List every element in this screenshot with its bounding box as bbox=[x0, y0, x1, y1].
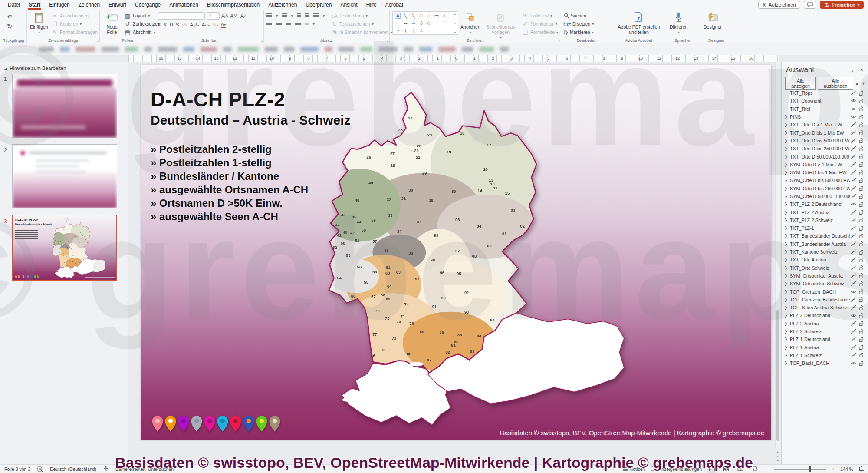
font-dialog-launcher[interactable]: ⌟ bbox=[261, 38, 263, 42]
next-slide-double-icon[interactable]: ⏷ bbox=[776, 459, 779, 463]
selection-item[interactable]: ❯PLZ-1-Schweiz bbox=[782, 351, 868, 359]
selection-item[interactable]: ❯SYM_Orte D bis 250.000 EW bbox=[782, 185, 868, 192]
align-right-button[interactable] bbox=[286, 22, 291, 26]
previous-slide-icon[interactable]: ▲ bbox=[776, 450, 779, 453]
selection-item-label[interactable]: PINS bbox=[790, 114, 850, 119]
numbering-button[interactable] bbox=[282, 13, 287, 18]
unlock-icon[interactable] bbox=[857, 249, 865, 255]
accessibility-icon[interactable] bbox=[103, 466, 108, 472]
selection-item-label[interactable]: TXT_Orte D bis 250.000 EW bbox=[790, 146, 850, 151]
expand-chevron-icon[interactable]: ❯ bbox=[784, 266, 790, 270]
unlock-icon[interactable] bbox=[857, 289, 865, 294]
replace-button[interactable]: b⇄Ersetzen▾ bbox=[564, 20, 594, 27]
find-button[interactable]: Suchen bbox=[564, 12, 594, 19]
expand-chevron-icon[interactable]: ❯ bbox=[784, 258, 790, 262]
visibility-off-icon[interactable] bbox=[850, 90, 857, 96]
notes-toggle[interactable]: Notizen bbox=[623, 466, 645, 472]
unlock-icon[interactable] bbox=[857, 170, 865, 175]
expand-chevron-icon[interactable]: ❯ bbox=[784, 194, 790, 198]
expand-chevron-icon[interactable]: ❯ bbox=[784, 122, 790, 127]
expand-chevron-icon[interactable]: ❯ bbox=[784, 115, 790, 119]
underline-button[interactable]: U bbox=[170, 22, 173, 27]
selection-item-label[interactable]: PLZ-1-Deutschland bbox=[790, 337, 850, 342]
expand-chevron-icon[interactable]: ❯ bbox=[784, 170, 790, 175]
menu-tab-zeichnen[interactable]: Zeichnen bbox=[74, 0, 104, 10]
shape-fill-button[interactable]: ⛨Fülleffekt▾ bbox=[522, 12, 558, 19]
shapes-gallery[interactable]: A╲╲□○▭ △⌐⌙⇨⇩◇ ⌇⌒~{}☆ ▲▼▼̲ bbox=[392, 11, 458, 35]
share-button[interactable]: Freigeben▾ bbox=[820, 1, 864, 9]
reset-button[interactable]: ↺Zurücksetzen bbox=[124, 20, 160, 27]
selection-item-label[interactable]: SYM_Orte D bis 250.000 EW bbox=[790, 186, 850, 191]
selection-item[interactable]: ❯TXT_Orte Austria bbox=[782, 256, 868, 264]
selection-item[interactable]: ❯TXT_Bundesländer Deutschland bbox=[782, 232, 868, 240]
menu-tab-bildschirmpräsentation[interactable]: Bildschirmpräsentation bbox=[203, 0, 264, 10]
visibility-off-icon[interactable] bbox=[850, 170, 857, 175]
selection-item[interactable]: ❯PLZ-2-Austria bbox=[782, 320, 868, 327]
expand-chevron-icon[interactable]: ❯ bbox=[784, 186, 790, 191]
arrange-button[interactable]: Anordnen▾ bbox=[461, 11, 480, 35]
language-indicator[interactable]: Deutsch (Deutschland) bbox=[50, 466, 96, 472]
visibility-off-icon[interactable] bbox=[850, 345, 857, 350]
slide-3-editing-surface[interactable]: D-A-CH PLZ-2 Deutschland – Austria - Sch… bbox=[141, 65, 771, 440]
smartart-button[interactable]: ⬔In SmartArt konvertieren▾ bbox=[331, 29, 392, 36]
selection-item-label[interactable]: SYM_Orte D 50.000 -100.000 EW bbox=[790, 194, 850, 199]
visibility-on-icon[interactable] bbox=[850, 98, 857, 103]
shapes-gallery-scroll[interactable]: ▲▼▼̲ bbox=[452, 12, 458, 35]
selection-item-label[interactable]: TXT_Copyright bbox=[790, 98, 850, 103]
visibility-off-icon[interactable] bbox=[850, 273, 857, 278]
shape-outline-button[interactable]: ✐Formkontur▾ bbox=[522, 20, 558, 27]
selection-item-label[interactable]: TXT_Tipps bbox=[790, 90, 850, 96]
visibility-on-icon[interactable] bbox=[850, 114, 857, 119]
menu-tab-übergänge[interactable]: Übergänge bbox=[131, 0, 165, 10]
unlock-icon[interactable] bbox=[857, 361, 865, 366]
expand-chevron-icon[interactable]: ❯ bbox=[784, 274, 790, 278]
expand-chevron-icon[interactable]: ❯ bbox=[784, 290, 790, 294]
expand-chevron-icon[interactable]: ❯ bbox=[784, 242, 790, 246]
pane-close-icon[interactable]: ✕ bbox=[860, 67, 864, 73]
selection-item[interactable]: ❯TXT_PLZ-2 Deutschland bbox=[782, 200, 868, 208]
menu-tab-einfügen[interactable]: Einfügen bbox=[45, 0, 74, 10]
expand-chevron-icon[interactable]: ❯ bbox=[784, 361, 790, 365]
expand-chevron-icon[interactable]: ❯ bbox=[784, 210, 790, 215]
unlock-icon[interactable] bbox=[857, 313, 865, 318]
reading-view-button[interactable] bbox=[736, 466, 745, 473]
visibility-off-icon[interactable] bbox=[850, 233, 857, 238]
slide-nav-buttons[interactable]: ▲▼⏷ bbox=[775, 450, 780, 463]
visibility-on-icon[interactable] bbox=[850, 361, 857, 366]
selection-item[interactable]: ❯SYM_Orte D bis 1 Mio. EW bbox=[782, 169, 868, 176]
menu-tab-datei[interactable]: Datei bbox=[3, 0, 24, 10]
font-color-button[interactable]: A▾ bbox=[221, 22, 226, 28]
pane-options-icon[interactable]: ⌄ bbox=[851, 67, 855, 73]
unlock-icon[interactable] bbox=[857, 114, 865, 120]
unlock-icon[interactable] bbox=[857, 185, 865, 191]
unlock-icon[interactable] bbox=[857, 122, 865, 128]
editing-canvas[interactable]: D-A-CH PLZ-2 Deutschland – Austria - Sch… bbox=[128, 62, 781, 464]
move-up-icon[interactable]: ▲ bbox=[855, 81, 859, 86]
shrink-font-button[interactable]: A˅ bbox=[230, 13, 237, 19]
clipboard-dialog-launcher[interactable]: ⌟ bbox=[97, 38, 99, 42]
unlock-icon[interactable] bbox=[857, 194, 865, 199]
visibility-off-icon[interactable] bbox=[850, 218, 857, 223]
align-left-button[interactable] bbox=[266, 22, 272, 26]
selection-item-label[interactable]: SYM_Orte D bis 1 Mio. EW bbox=[790, 170, 850, 175]
selection-item-label[interactable]: TXT_PLZ-2 Austria bbox=[790, 210, 850, 215]
strikethrough-button[interactable]: S bbox=[176, 22, 179, 27]
font-size-input[interactable]: 4 bbox=[207, 12, 220, 20]
unlock-icon[interactable] bbox=[857, 265, 865, 271]
selection-item[interactable]: ❯PLZ-1-Austria bbox=[782, 344, 868, 351]
selection-item[interactable]: ❯PLZ-2-Schweiz bbox=[782, 327, 868, 335]
visibility-off-icon[interactable] bbox=[850, 194, 857, 199]
visibility-off-icon[interactable] bbox=[850, 297, 857, 302]
expand-chevron-icon[interactable]: ❯ bbox=[784, 234, 790, 238]
selection-item[interactable]: TXT_Tipps bbox=[782, 89, 868, 97]
record-button[interactable]: Aufzeichnen bbox=[758, 1, 800, 9]
selection-item-label[interactable]: TXT_Orte D bis 1 Mio EW bbox=[790, 130, 850, 136]
increase-indent-button[interactable] bbox=[305, 13, 309, 18]
selection-item[interactable]: ❯TXT_PLZ-1 bbox=[782, 224, 868, 232]
selection-item[interactable]: ❯TXT_Orte D bis 500.000 EW bbox=[782, 137, 868, 145]
selection-item-label[interactable]: TOP_Grenzen_Bundesländer/Kant... bbox=[790, 297, 850, 302]
visibility-off-icon[interactable] bbox=[850, 329, 857, 334]
selection-item-label[interactable]: TXT_Orte D > 1 Mio. EW bbox=[790, 122, 850, 127]
selection-item-label[interactable]: PLZ-1-Schweiz bbox=[790, 353, 850, 358]
cut-button[interactable]: ✂Ausschneiden bbox=[51, 12, 98, 19]
